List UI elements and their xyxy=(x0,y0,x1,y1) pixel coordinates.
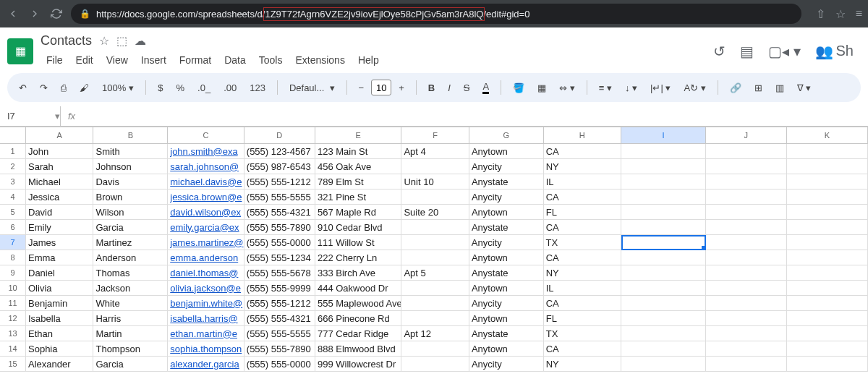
valign-button[interactable]: ↓ ▾ xyxy=(621,80,642,96)
cell[interactable]: Anystate xyxy=(469,326,544,341)
row-header[interactable]: 11 xyxy=(0,296,26,311)
row-header[interactable]: 8 xyxy=(0,250,26,265)
cell[interactable]: michael.davis@e xyxy=(168,174,244,189)
cell[interactable]: jessica.brown@e xyxy=(168,189,244,205)
cell[interactable] xyxy=(787,144,868,159)
cell[interactable]: White xyxy=(93,296,168,311)
cell[interactable] xyxy=(787,205,868,220)
cell[interactable]: NY xyxy=(544,265,621,281)
cell[interactable] xyxy=(621,235,706,250)
cell[interactable] xyxy=(787,220,868,235)
cell[interactable] xyxy=(621,296,706,311)
cell[interactable]: (555) 555-5678 xyxy=(244,265,315,281)
cell[interactable]: James xyxy=(26,235,93,250)
cell[interactable] xyxy=(706,144,787,159)
decrease-font-button[interactable]: − xyxy=(354,80,369,96)
cell[interactable] xyxy=(621,326,706,341)
font-selector[interactable]: Defaul... ▾ xyxy=(285,80,339,96)
column-header-B[interactable]: B xyxy=(93,127,168,144)
bold-button[interactable]: B xyxy=(424,80,439,96)
cell[interactable]: olivia.jackson@e xyxy=(168,281,244,296)
cell[interactable]: 222 Cherry Ln xyxy=(315,250,402,265)
row-header[interactable]: 3 xyxy=(0,174,26,189)
comments-icon[interactable]: ▤ xyxy=(740,43,754,60)
cell[interactable]: (555) 555-1234 xyxy=(244,250,315,265)
cell[interactable]: daniel.thomas@ xyxy=(168,265,244,281)
cell[interactable] xyxy=(787,174,868,189)
more-formats-button[interactable]: 123 xyxy=(245,80,270,96)
strikethrough-button[interactable]: S xyxy=(459,80,475,96)
cell[interactable]: Anytown xyxy=(469,205,544,220)
cell[interactable]: Benjamin xyxy=(26,296,93,311)
column-header-J[interactable]: J xyxy=(706,127,787,144)
insert-comment-button[interactable]: ⊞ xyxy=(750,80,767,96)
cell[interactable]: (555) 123-4567 xyxy=(244,144,315,159)
cell[interactable] xyxy=(621,159,706,174)
cell[interactable] xyxy=(706,326,787,341)
menu-extensions[interactable]: Extensions xyxy=(289,51,350,69)
menu-edit[interactable]: Edit xyxy=(70,51,99,69)
cell[interactable]: james.martinez@ xyxy=(168,235,244,250)
print-button[interactable]: ⎙ xyxy=(56,80,71,96)
move-icon[interactable]: ⬚ xyxy=(116,34,127,48)
cell[interactable]: Emma xyxy=(26,250,93,265)
cell[interactable]: Sarah xyxy=(26,159,93,174)
cell[interactable] xyxy=(706,220,787,235)
cell[interactable] xyxy=(621,265,706,281)
cell[interactable]: David xyxy=(26,205,93,220)
cell[interactable]: sophia.thompson xyxy=(168,341,244,357)
cell[interactable]: TX xyxy=(544,326,621,341)
cell[interactable] xyxy=(706,281,787,296)
cell[interactable]: ethan.martin@e xyxy=(168,326,244,341)
row-header[interactable]: 14 xyxy=(0,341,26,357)
meet-icon[interactable]: ▢◂ ▾ xyxy=(768,43,801,60)
cell[interactable]: (555) 555-1212 xyxy=(244,296,315,311)
menu-view[interactable]: View xyxy=(101,51,134,69)
cell[interactable]: Anytown xyxy=(469,144,544,159)
menu-help[interactable]: Help xyxy=(352,51,385,69)
rotate-text-button[interactable]: A↻ ▾ xyxy=(679,80,710,96)
cell[interactable]: Wilson xyxy=(93,205,168,220)
cell[interactable]: 666 Pinecone Rd xyxy=(315,311,402,326)
cell[interactable]: (555) 555-7890 xyxy=(244,341,315,357)
font-size-input[interactable] xyxy=(371,80,391,95)
cell[interactable]: Sophia xyxy=(26,341,93,357)
cell[interactable]: (555) 555-9999 xyxy=(244,281,315,296)
cell[interactable] xyxy=(401,250,469,265)
cell[interactable]: IL xyxy=(544,174,621,189)
cell[interactable]: 456 Oak Ave xyxy=(315,159,402,174)
cell[interactable]: Anycity xyxy=(469,357,544,372)
star-icon[interactable]: ☆ xyxy=(99,34,109,48)
cell[interactable] xyxy=(706,341,787,357)
cell[interactable]: Harris xyxy=(93,311,168,326)
increase-font-button[interactable]: + xyxy=(394,80,409,96)
cell[interactable] xyxy=(706,357,787,372)
cell[interactable]: CA xyxy=(544,341,621,357)
column-header-F[interactable]: F xyxy=(401,127,469,144)
borders-button[interactable]: ▦ xyxy=(533,80,550,96)
address-bar[interactable]: 🔒 https://docs.google.com/spreadsheets/d… xyxy=(71,4,801,24)
cell[interactable] xyxy=(787,159,868,174)
cell[interactable]: (555) 987-6543 xyxy=(244,159,315,174)
cell[interactable]: Apt 12 xyxy=(401,326,469,341)
row-header[interactable]: 15 xyxy=(0,357,26,372)
cell[interactable]: NY xyxy=(544,357,621,372)
cell[interactable]: Isabella xyxy=(26,311,93,326)
decrease-decimal-button[interactable]: .0_ xyxy=(193,80,215,96)
cell[interactable] xyxy=(621,144,706,159)
cell[interactable]: isabella.harris@ xyxy=(168,311,244,326)
cell[interactable]: (555) 555-4321 xyxy=(244,205,315,220)
cell[interactable]: 999 Willowcrest Dr xyxy=(315,357,402,372)
menu-tools[interactable]: Tools xyxy=(253,51,289,69)
cell[interactable]: Suite 20 xyxy=(401,205,469,220)
column-header-I[interactable]: I xyxy=(621,127,706,144)
cell[interactable]: Alexander xyxy=(26,357,93,372)
redo-button[interactable]: ↷ xyxy=(35,80,52,96)
cell[interactable]: CA xyxy=(544,250,621,265)
cell[interactable] xyxy=(706,174,787,189)
cell[interactable] xyxy=(621,281,706,296)
merge-button[interactable]: ⇔ ▾ xyxy=(555,80,579,96)
cell[interactable]: TX xyxy=(544,235,621,250)
cell[interactable] xyxy=(706,189,787,205)
cell[interactable]: 789 Elm St xyxy=(315,174,402,189)
